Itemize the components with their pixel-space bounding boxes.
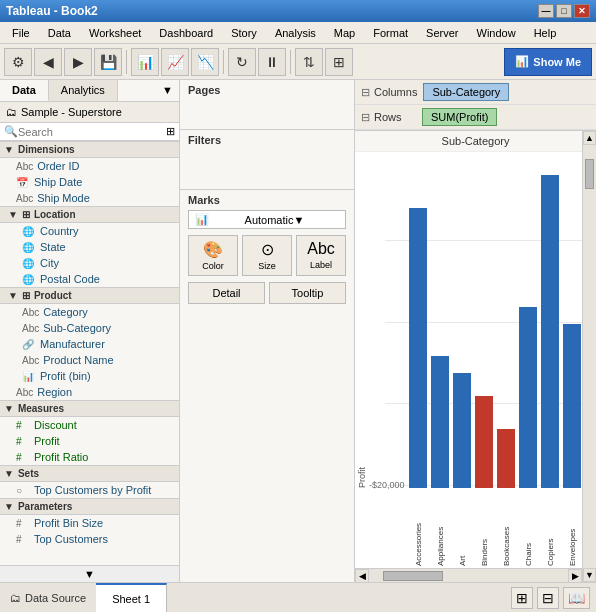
bar-bookcases[interactable]: [497, 429, 515, 488]
mark-color-btn[interactable]: 🎨 Color: [188, 235, 238, 276]
menu-analysis[interactable]: Analysis: [267, 25, 324, 41]
type-icon-prodname: Abc: [22, 355, 39, 366]
toolbar-sort[interactable]: ⇅: [295, 48, 323, 76]
bar-accessories[interactable]: [409, 208, 427, 488]
bar-chairs[interactable]: [519, 307, 537, 488]
vertical-scrollbar[interactable]: ▲ ▼: [582, 131, 596, 582]
mark-tooltip-btn[interactable]: Tooltip: [269, 282, 346, 304]
menu-help[interactable]: Help: [526, 25, 565, 41]
field-state[interactable]: 🌐 State: [0, 239, 179, 255]
search-bar: 🔍 ⊞: [0, 123, 179, 141]
toolbar-pause[interactable]: ⏸: [258, 48, 286, 76]
toolbar-chart2[interactable]: 📈: [161, 48, 189, 76]
menu-server[interactable]: Server: [418, 25, 466, 41]
field-product-name[interactable]: Abc Product Name: [0, 352, 179, 368]
field-postal[interactable]: 🌐 Postal Code: [0, 271, 179, 287]
main-area: Data Analytics ▼ 🗂 Sample - Superstore 🔍…: [0, 80, 596, 582]
new-story-btn[interactable]: 📖: [563, 587, 590, 609]
scroll-right-btn[interactable]: ▶: [568, 569, 582, 583]
scroll-thumb[interactable]: [585, 159, 594, 189]
toolbar-forward[interactable]: ▶: [64, 48, 92, 76]
field-ship-mode[interactable]: Abc Ship Mode: [0, 190, 179, 206]
bar-copiers[interactable]: [541, 175, 559, 488]
left-panel: Data Analytics ▼ 🗂 Sample - Superstore 🔍…: [0, 80, 180, 582]
tab-analytics[interactable]: Analytics: [49, 80, 118, 101]
field-profit-bin-size[interactable]: # Profit Bin Size: [0, 515, 179, 531]
toolbar-save[interactable]: 💾: [94, 48, 122, 76]
field-region[interactable]: Abc Region: [0, 384, 179, 400]
field-manufacturer[interactable]: 🔗 Manufacturer: [0, 336, 179, 352]
location-header[interactable]: ▼ ⊞ Location: [0, 206, 179, 223]
scroll-down-btn-right[interactable]: ▼: [583, 568, 596, 582]
field-order-id[interactable]: Abc Order ID: [0, 158, 179, 174]
sets-label: Sets: [18, 468, 39, 479]
field-country[interactable]: 🌐 Country: [0, 223, 179, 239]
new-dashboard-btn[interactable]: ⊟: [537, 587, 559, 609]
menu-data[interactable]: Data: [40, 25, 79, 41]
bar-binders[interactable]: [475, 396, 493, 488]
field-name-profit: Profit: [34, 435, 60, 447]
tab-data[interactable]: Data: [0, 80, 49, 101]
rows-pill[interactable]: SUM(Profit): [422, 108, 497, 126]
close-button[interactable]: ✕: [574, 4, 590, 18]
show-me-button[interactable]: 📊 Show Me: [504, 48, 592, 76]
maximize-button[interactable]: □: [556, 4, 572, 18]
scroll-left-btn[interactable]: ◀: [355, 569, 369, 583]
menu-window[interactable]: Window: [469, 25, 524, 41]
toolbar-refresh[interactable]: ↻: [228, 48, 256, 76]
mark-label-btn[interactable]: Abc Label: [296, 235, 346, 276]
columns-pill[interactable]: Sub-Category: [423, 83, 509, 101]
new-sheet-btn[interactable]: ⊞: [511, 587, 533, 609]
field-subcat[interactable]: Abc Sub-Category: [0, 320, 179, 336]
minimize-button[interactable]: —: [538, 4, 554, 18]
menu-format[interactable]: Format: [365, 25, 416, 41]
marks-dropdown-arrow: ▼: [293, 214, 339, 226]
sheet1-tab[interactable]: Sheet 1: [96, 583, 167, 612]
field-category[interactable]: Abc Category: [0, 304, 179, 320]
toolbar-back[interactable]: ◀: [34, 48, 62, 76]
dimensions-header[interactable]: ▼ Dimensions: [0, 141, 179, 158]
field-profit-bin[interactable]: 📊 Profit (bin): [0, 368, 179, 384]
horizontal-scrollbar[interactable]: ◀ ▶: [355, 568, 582, 582]
menu-map[interactable]: Map: [326, 25, 363, 41]
toolbar-new[interactable]: ⚙: [4, 48, 32, 76]
data-source-tab[interactable]: 🗂 Data Source: [0, 588, 96, 608]
marks-type-dropdown[interactable]: 📊 Automatic ▼: [188, 210, 346, 229]
mark-size-btn[interactable]: ⊙ Size: [242, 235, 292, 276]
field-profit[interactable]: # Profit: [0, 433, 179, 449]
sets-header[interactable]: ▼ Sets: [0, 465, 179, 482]
field-top-cust-param[interactable]: # Top Customers: [0, 531, 179, 547]
toolbar-chart3[interactable]: 📉: [191, 48, 219, 76]
field-discount[interactable]: # Discount: [0, 417, 179, 433]
scroll-down-btn[interactable]: ▼: [0, 565, 179, 582]
window-controls: — □ ✕: [538, 4, 590, 18]
toolbar-chart1[interactable]: 📊: [131, 48, 159, 76]
field-city[interactable]: 🌐 City: [0, 255, 179, 271]
field-profit-ratio[interactable]: # Profit Ratio: [0, 449, 179, 465]
bar-envelopes[interactable]: [563, 324, 581, 489]
search-input[interactable]: [18, 126, 166, 138]
menu-file[interactable]: File: [4, 25, 38, 41]
parameters-header[interactable]: ▼ Parameters: [0, 498, 179, 515]
measures-header[interactable]: ▼ Measures: [0, 400, 179, 417]
db-status-icon: 🗂: [10, 592, 21, 604]
menu-dashboard[interactable]: Dashboard: [151, 25, 221, 41]
mark-detail-btn[interactable]: Detail: [188, 282, 265, 304]
menu-worksheet[interactable]: Worksheet: [81, 25, 149, 41]
type-icon-profitratio: #: [16, 452, 30, 463]
toolbar-group[interactable]: ⊞: [325, 48, 353, 76]
scroll-up-btn[interactable]: ▲: [583, 131, 596, 145]
panel-close-btn[interactable]: ▼: [156, 80, 179, 101]
field-top-customers[interactable]: ○ Top Customers by Profit: [0, 482, 179, 498]
data-source-name: Sample - Superstore: [21, 106, 122, 118]
hscroll-thumb[interactable]: [383, 571, 443, 581]
bar-appliances[interactable]: [431, 356, 449, 488]
product-header[interactable]: ▼ ⊞ Product: [0, 287, 179, 304]
field-ship-date[interactable]: 📅 Ship Date: [0, 174, 179, 190]
bar-art[interactable]: [453, 373, 471, 488]
type-icon-orderid: Abc: [16, 161, 33, 172]
type-icon-binsize: #: [16, 518, 30, 529]
rows-text: Rows: [374, 111, 402, 123]
menu-story[interactable]: Story: [223, 25, 265, 41]
type-icon-profit: #: [16, 436, 30, 447]
